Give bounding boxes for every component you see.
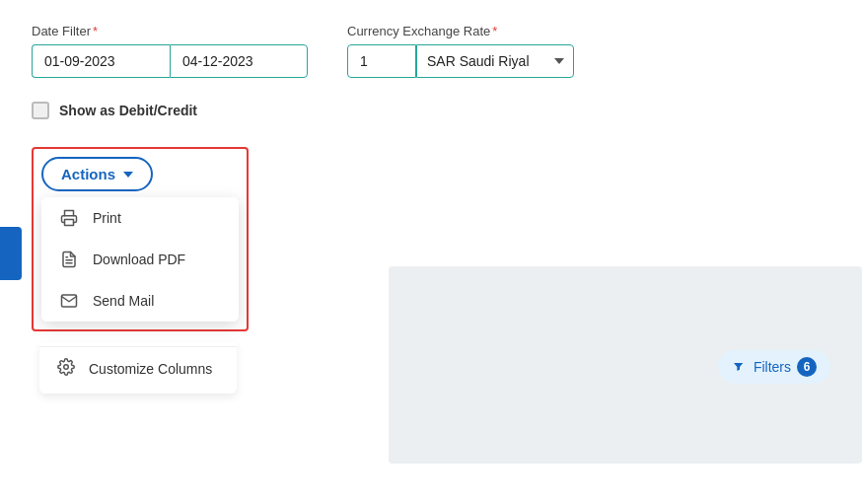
svg-point-3: [64, 365, 69, 370]
filter-icon: [732, 359, 748, 375]
currency-select-wrapper: SAR Saudi Riyal USD US Dollar EUR Euro: [416, 44, 574, 78]
date-start-input[interactable]: [32, 44, 170, 78]
debit-credit-checkbox[interactable]: [32, 102, 49, 119]
currency-group: Currency Exchange Rate* SAR Saudi Riyal …: [347, 24, 574, 78]
main-content: Date Filter* Currency Exchange Rate* SAR…: [0, 0, 862, 504]
date-end-input[interactable]: [170, 44, 308, 78]
date-required-star: *: [93, 24, 98, 38]
currency-label-text: Currency Exchange Rate: [347, 24, 490, 38]
svg-rect-0: [65, 220, 74, 226]
actions-highlighted-box: Actions Print: [32, 147, 249, 331]
debit-credit-row: Show as Debit/Credit: [32, 102, 830, 119]
currency-inputs: SAR Saudi Riyal USD US Dollar EUR Euro: [347, 44, 574, 78]
pdf-icon: [59, 250, 79, 269]
actions-button[interactable]: Actions: [41, 157, 153, 191]
filters-label: Filters: [754, 359, 791, 375]
currency-value-input[interactable]: [347, 44, 416, 78]
print-menu-item[interactable]: Print: [41, 197, 239, 239]
mail-icon: [59, 291, 79, 311]
dropdown-menu: Print Download PDF: [41, 197, 239, 322]
download-pdf-menu-item[interactable]: Download PDF: [41, 239, 239, 280]
date-filter-label: Date Filter*: [32, 24, 308, 38]
actions-button-label: Actions: [61, 166, 115, 182]
print-icon: [59, 208, 79, 228]
filter-row: Date Filter* Currency Exchange Rate* SAR…: [32, 24, 830, 78]
filters-button[interactable]: Filters 6: [718, 350, 830, 384]
send-mail-label: Send Mail: [93, 293, 154, 309]
date-filter-text: Date Filter: [32, 24, 91, 38]
print-label: Print: [93, 210, 121, 226]
currency-select[interactable]: SAR Saudi Riyal USD US Dollar EUR Euro: [416, 44, 574, 78]
customize-columns-section: Customize Columns: [39, 342, 237, 394]
date-filter-group: Date Filter*: [32, 24, 308, 78]
currency-label: Currency Exchange Rate*: [347, 24, 574, 38]
send-mail-menu-item[interactable]: Send Mail: [41, 280, 239, 322]
customize-columns-label: Customize Columns: [89, 361, 212, 377]
actions-chevron-icon: [123, 172, 133, 178]
currency-required-star: *: [492, 24, 497, 38]
left-bar: [0, 227, 22, 280]
filters-count-badge: 6: [797, 357, 817, 377]
customize-columns-menu-item[interactable]: Customize Columns: [39, 346, 237, 390]
gear-icon: [57, 358, 75, 379]
download-pdf-label: Download PDF: [93, 252, 185, 267]
debit-credit-label: Show as Debit/Credit: [59, 103, 197, 118]
date-inputs: [32, 44, 308, 78]
